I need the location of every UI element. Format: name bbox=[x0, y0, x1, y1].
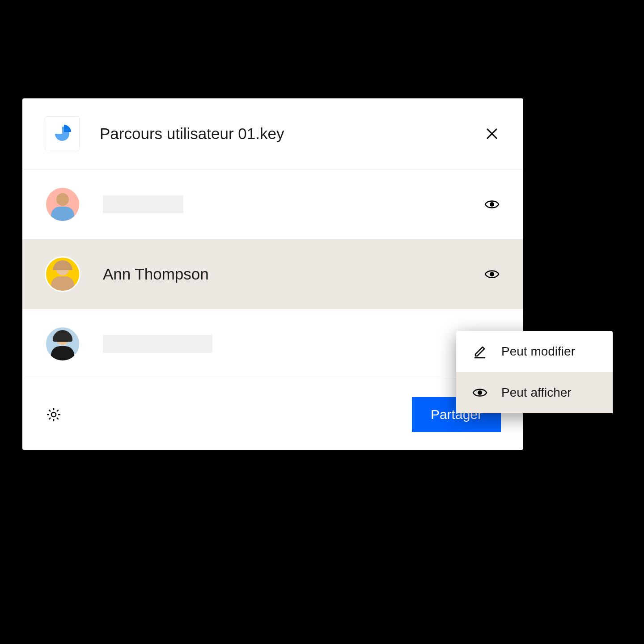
eye-icon bbox=[472, 385, 488, 401]
user-name-placeholder bbox=[103, 335, 461, 353]
permission-button[interactable] bbox=[483, 265, 501, 283]
user-name: Ann Thompson bbox=[103, 265, 461, 283]
dropdown-item-view[interactable]: Peut afficher bbox=[456, 372, 613, 413]
svg-point-14 bbox=[478, 390, 482, 395]
svg-line-11 bbox=[57, 410, 59, 411]
close-button[interactable] bbox=[483, 125, 501, 143]
gear-icon bbox=[46, 407, 61, 422]
share-dialog: Parcours utilisateur 01.key bbox=[22, 98, 523, 450]
redacted-name bbox=[103, 335, 212, 353]
file-title: Parcours utilisateur 01.key bbox=[100, 125, 463, 143]
avatar bbox=[45, 256, 80, 292]
dropdown-item-edit[interactable]: Peut modifier bbox=[456, 331, 613, 372]
eye-icon bbox=[484, 196, 500, 212]
user-name-placeholder bbox=[103, 195, 461, 213]
user-row-selected[interactable]: Ann Thompson bbox=[22, 239, 523, 309]
user-row[interactable] bbox=[22, 309, 523, 379]
svg-point-3 bbox=[490, 272, 494, 276]
avatar bbox=[45, 326, 80, 362]
close-icon bbox=[485, 127, 499, 140]
user-list: Ann Thompson bbox=[22, 169, 523, 379]
svg-line-9 bbox=[49, 410, 51, 411]
svg-point-4 bbox=[51, 412, 56, 417]
settings-button[interactable] bbox=[45, 406, 63, 424]
dropdown-item-label: Peut modifier bbox=[501, 344, 575, 359]
eye-icon bbox=[484, 266, 500, 282]
pie-chart-icon bbox=[53, 125, 71, 143]
svg-point-2 bbox=[490, 202, 494, 207]
svg-line-12 bbox=[49, 418, 51, 419]
user-row[interactable] bbox=[22, 169, 523, 239]
pencil-icon bbox=[472, 343, 488, 360]
dialog-footer: Partager bbox=[22, 379, 523, 450]
dropdown-item-label: Peut afficher bbox=[501, 386, 572, 400]
svg-line-10 bbox=[57, 418, 59, 419]
redacted-name bbox=[103, 195, 183, 213]
avatar bbox=[45, 186, 80, 222]
permission-dropdown: Peut modifier Peut afficher bbox=[456, 331, 613, 413]
file-type-icon bbox=[45, 116, 80, 151]
dialog-header: Parcours utilisateur 01.key bbox=[22, 98, 523, 169]
permission-button[interactable] bbox=[483, 195, 501, 213]
